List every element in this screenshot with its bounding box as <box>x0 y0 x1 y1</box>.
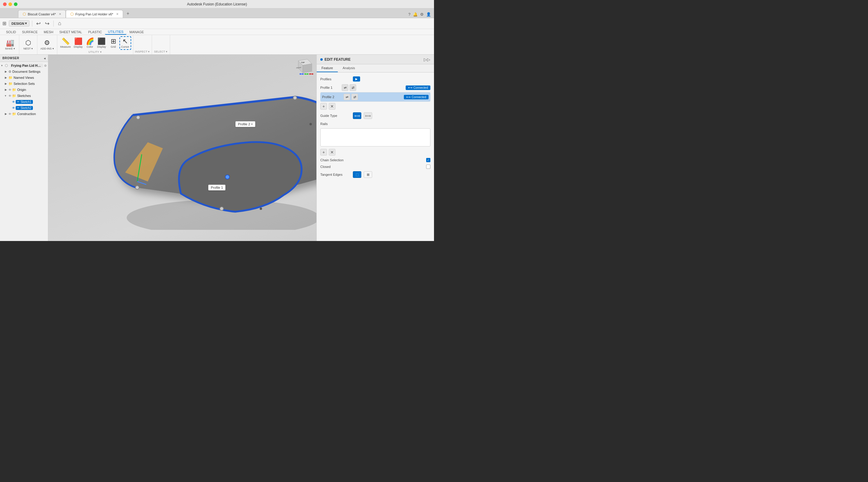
toolbar-separator-2 <box>53 21 54 27</box>
design-dropdown[interactable]: DESIGN ▾ <box>9 20 30 27</box>
viewcube[interactable]: TOP FRONT X Y Z <box>292 58 313 82</box>
tab-frying-pan[interactable]: ⬡ Frying Pan Lid Holder v6* ✕ <box>66 10 123 18</box>
make-button[interactable]: 🏭 MAKE ▾ <box>4 38 16 51</box>
addins-label: ADD-INS ▾ <box>40 47 54 50</box>
undo-button[interactable]: ↩ <box>35 20 42 27</box>
control-point-2[interactable] <box>293 96 297 100</box>
cursor-label: Cursor <box>121 45 129 48</box>
3d-shape-svg <box>48 55 316 230</box>
sketch2-badge[interactable]: ✏ Sketch2 <box>16 106 33 110</box>
tab-close-frying-pan[interactable]: ✕ <box>116 12 119 16</box>
maximize-button[interactable] <box>14 2 18 6</box>
tab-icon-biscuit: ⬡ <box>23 12 26 16</box>
tab-surface[interactable]: SURFACE <box>19 30 41 34</box>
tangent-edges-button-2[interactable]: ⊞ <box>364 171 372 178</box>
user-avatar[interactable]: 👤 <box>426 12 431 17</box>
profile-1-label[interactable]: Profile 1 <box>208 185 226 191</box>
tab-biscuit[interactable]: ⬡ Biscuit Coaster v4* ✕ <box>18 10 66 18</box>
close-button[interactable] <box>3 2 7 6</box>
profile-2-flip-icon[interactable]: ⇄ <box>351 94 358 100</box>
cursor-button[interactable]: ↖Cursor <box>119 36 131 50</box>
eye-sketch2[interactable]: 👁 <box>12 106 15 110</box>
tangent-edges-button-1[interactable]: ⬚ <box>353 171 361 178</box>
profile-2-select-icon[interactable]: ⇌ <box>343 94 350 100</box>
rails-field-row: Rails <box>320 120 430 127</box>
tab-close-biscuit[interactable]: ✕ <box>59 12 61 16</box>
tab-mesh[interactable]: MESH <box>41 30 56 34</box>
tree-item-namedviews[interactable]: ▶ 📁 Named Views <box>0 75 48 81</box>
tab-solid[interactable]: SOLID <box>3 30 19 34</box>
folder-construction-icon: 📁 <box>12 112 16 116</box>
tab-right-icons: ? 🔔 ⚙ 👤 <box>408 12 434 17</box>
help-icon[interactable]: ? <box>408 12 410 17</box>
grid-button[interactable]: ⊞Grid <box>108 37 119 49</box>
tree-item-sketch1[interactable]: 👁 ✏ Sketch1 <box>0 99 48 105</box>
profile-1-select-icon[interactable]: ⇌ <box>342 84 348 91</box>
profile-1-connected-badge: ⟷ Connected <box>406 85 430 90</box>
eye-sketch1[interactable]: 👁 <box>12 100 15 104</box>
remove-rail-button[interactable]: ✕ <box>329 149 335 155</box>
addins-button[interactable]: ⚙ ADD-INS ▾ <box>39 38 55 51</box>
sidebar-body: ▾ ⬡ Frying Pan Lid Holder v6 ⚙ ▶ ⚙ Docum… <box>0 62 48 241</box>
control-point-4[interactable] <box>220 207 223 210</box>
home-button[interactable]: ⌂ <box>56 20 63 27</box>
guide-type-button-1[interactable]: ⟺ <box>353 112 361 119</box>
display-button[interactable]: 🟥Display <box>73 37 84 49</box>
tree-item-selectionsets[interactable]: ▶ 📁 Selection Sets <box>0 81 48 87</box>
sidebar-collapse-icon[interactable]: ◂ <box>44 56 45 60</box>
profiles-select-button[interactable]: ▶ <box>353 77 360 82</box>
root-settings-icon[interactable]: ⚙ <box>44 64 47 67</box>
tab-utilities[interactable]: UTILITIES <box>105 29 126 35</box>
add-rail-button[interactable]: + <box>320 149 327 155</box>
tree-item-construction[interactable]: ▶ 👁 📁 Construction <box>0 111 48 117</box>
tab-sheet-metal[interactable]: SHEET METAL <box>56 30 85 34</box>
remove-profile-button[interactable]: ✕ <box>329 103 335 110</box>
chain-selection-checkbox[interactable]: ✓ <box>426 158 430 162</box>
tab-manage[interactable]: MANAGE <box>126 30 147 34</box>
panel-tabs: Feature Analysis <box>317 64 434 73</box>
tree-item-docsettings[interactable]: ▶ ⚙ Document Settings <box>0 68 48 75</box>
panel-tab-feature[interactable]: Feature <box>317 64 338 72</box>
tab-plastic[interactable]: PLASTIC <box>85 30 105 34</box>
sketch2-label: Sketch2 <box>21 106 31 110</box>
panel-tab-analysis[interactable]: Analysis <box>338 64 360 72</box>
tree-item-sketches[interactable]: ▾ 👁 📁 Sketches <box>0 93 48 99</box>
minimize-button[interactable] <box>8 2 12 6</box>
nest-group: ⬡ NEST ▾ <box>19 35 37 54</box>
tool1-label: Display <box>97 45 106 48</box>
grid-label: Grid <box>111 45 116 48</box>
account-icon[interactable]: ⚙ <box>420 12 424 17</box>
control-point-1[interactable] <box>136 116 140 119</box>
rails-area[interactable] <box>320 129 430 146</box>
profile-1-flip-icon[interactable]: ⇄ <box>349 84 356 91</box>
sketch1-badge[interactable]: ✏ Sketch1 <box>16 100 33 104</box>
addins-icon: ⚙ <box>44 39 50 47</box>
tree-item-root[interactable]: ▾ ⬡ Frying Pan Lid Holder v6 ⚙ <box>0 62 48 68</box>
notifications-icon[interactable]: 🔔 <box>413 12 418 17</box>
add-profile-button[interactable]: + <box>320 103 327 110</box>
control-point-profile2[interactable] <box>225 175 229 179</box>
tool1-button[interactable]: ⬛Display <box>96 37 107 49</box>
closed-checkbox[interactable] <box>426 165 430 169</box>
eye-origin[interactable]: 👁 <box>8 88 11 91</box>
design-label: DESIGN <box>11 22 24 25</box>
folder-namedviews-icon: 📁 <box>8 76 13 80</box>
redo-button[interactable]: ↪ <box>43 20 51 27</box>
eye-sketches[interactable]: 👁 <box>8 94 11 97</box>
rainbow-button[interactable]: 🌈Color <box>85 37 95 49</box>
grid-menu-icon[interactable]: ⊞ <box>2 21 6 26</box>
utility-group: 📏Measure 🟥Display 🌈Color ⬛Display ⊞Grid … <box>57 35 133 54</box>
profile-2-label[interactable]: Profile 2 ▾ <box>235 121 255 127</box>
eye-construction[interactable]: 👁 <box>8 112 11 116</box>
tree-item-origin[interactable]: ▶ 👁 📁 Origin <box>0 87 48 93</box>
new-tab-button[interactable]: + <box>124 10 131 17</box>
measure-button[interactable]: 📏Measure <box>59 37 72 49</box>
tree-item-sketch2[interactable]: 👁 ✏ Sketch2 <box>0 105 48 111</box>
chain-selection-row: Chain Selection ✓ <box>320 157 430 163</box>
viewport[interactable]: Profile 1 Profile 2 ▾ TOP FRONT <box>48 55 316 241</box>
control-point-3[interactable] <box>135 186 139 189</box>
nest-button[interactable]: ⬡ NEST ▾ <box>22 38 34 51</box>
right-panel: EDIT FEATURE ▷▷ Feature Analysis Profile… <box>316 55 434 241</box>
panel-expand-icon[interactable]: ▷▷ <box>424 57 430 62</box>
guide-type-button-2[interactable]: ⟾ <box>364 112 372 119</box>
